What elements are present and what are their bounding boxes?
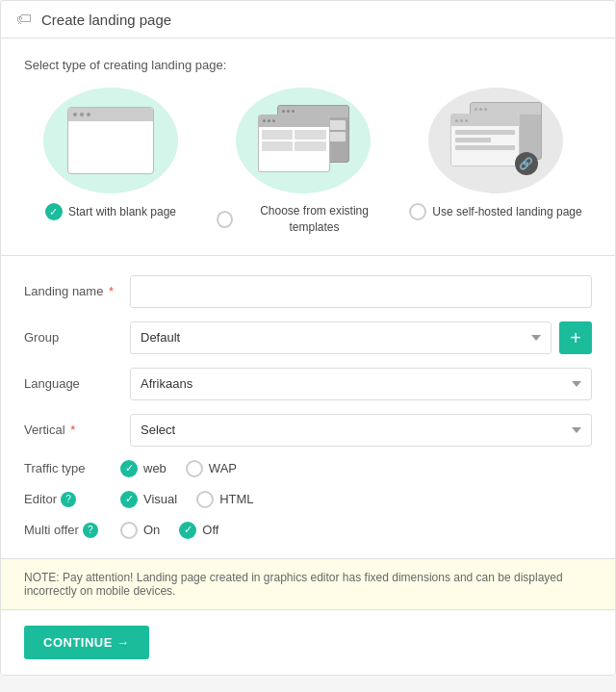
type-selector-section: Select type of creating landing page: bbox=[1, 38, 615, 256]
language-label: Language bbox=[24, 376, 120, 391]
shd3 bbox=[484, 108, 487, 111]
template-radio bbox=[217, 211, 233, 228]
selfhosted-radio bbox=[409, 203, 426, 220]
editor-visual-label: Visual bbox=[143, 492, 177, 506]
vertical-row: Vertical * Select bbox=[24, 414, 592, 447]
blank-page-image bbox=[43, 88, 178, 193]
multi-offer-help-icon[interactable]: ? bbox=[83, 523, 98, 538]
group-label: Group bbox=[24, 330, 120, 345]
type-card-selfhosted[interactable]: 🔗 Use self-hosted landing page bbox=[409, 88, 582, 236]
required-star: * bbox=[105, 284, 114, 298]
tfc4 bbox=[295, 141, 326, 151]
dot1 bbox=[73, 113, 77, 116]
tfc1 bbox=[262, 130, 294, 140]
selfhosted-label: Use self-hosted landing page bbox=[432, 204, 581, 220]
tfd2 bbox=[268, 119, 270, 122]
blank-browser-mockup bbox=[67, 107, 154, 174]
editor-label: Editor ? bbox=[24, 492, 120, 507]
sh-front bbox=[450, 114, 520, 167]
shfd2 bbox=[460, 119, 463, 122]
blank-label: Start with blank page bbox=[68, 204, 176, 220]
multi-offer-row: Multi offer ? On ✓ Off bbox=[24, 522, 592, 539]
traffic-wap-option[interactable]: WAP bbox=[186, 460, 237, 477]
template-label: Choose from existing templates bbox=[239, 203, 390, 236]
multi-offer-off-label: Off bbox=[202, 523, 218, 537]
editor-visual-check: ✓ bbox=[120, 491, 138, 508]
vertical-select[interactable]: Select bbox=[130, 414, 592, 447]
sh-lines bbox=[451, 126, 519, 154]
multi-offer-on-option[interactable]: On bbox=[120, 522, 160, 539]
page-header: 🏷 Create landing page bbox=[1, 1, 615, 38]
link-icon: 🔗 bbox=[515, 152, 538, 175]
t-front-bar bbox=[259, 115, 329, 127]
group-row: Group Default + bbox=[24, 321, 592, 354]
td3 bbox=[292, 110, 295, 113]
selfhosted-radio-row: Use self-hosted landing page bbox=[409, 203, 581, 220]
shfd1 bbox=[455, 119, 458, 122]
shl2 bbox=[455, 138, 491, 142]
tag-icon: 🏷 bbox=[16, 11, 32, 28]
tfc2 bbox=[295, 130, 326, 140]
vertical-required-star: * bbox=[67, 423, 76, 437]
traffic-web-label: web bbox=[143, 461, 167, 475]
group-add-button[interactable]: + bbox=[559, 321, 592, 354]
editor-html-option[interactable]: HTML bbox=[196, 491, 253, 508]
footer-section: CONTINUE → bbox=[1, 610, 615, 675]
template-radio-row: Choose from existing templates bbox=[217, 203, 390, 236]
multi-offer-controls: On ✓ Off bbox=[120, 522, 218, 539]
language-select[interactable]: Afrikaans bbox=[130, 368, 592, 400]
editor-help-icon[interactable]: ? bbox=[61, 492, 76, 507]
dot3 bbox=[87, 113, 90, 116]
type-cards: ✓ Start with blank page bbox=[24, 88, 592, 236]
note-section: NOTE: Pay attention! Landing page create… bbox=[1, 559, 615, 610]
group-select[interactable]: Default bbox=[130, 321, 552, 354]
t-front bbox=[258, 115, 330, 172]
shl3 bbox=[455, 145, 515, 150]
t-front-grid bbox=[259, 127, 329, 154]
selfhosted-image: 🔗 bbox=[428, 88, 563, 193]
editor-html-label: HTML bbox=[219, 492, 253, 506]
editor-html-radio bbox=[196, 491, 214, 508]
traffic-type-controls: ✓ web WAP bbox=[120, 460, 237, 477]
form-section: Landing name * Group Default + Language … bbox=[1, 256, 615, 559]
language-row: Language Afrikaans bbox=[24, 368, 592, 400]
traffic-wap-label: WAP bbox=[209, 461, 237, 475]
tfd1 bbox=[263, 119, 266, 122]
multi-offer-on-label: On bbox=[143, 523, 160, 537]
blank-radio-row: ✓ Start with blank page bbox=[45, 203, 176, 220]
traffic-web-option[interactable]: ✓ web bbox=[120, 460, 167, 477]
traffic-web-check: ✓ bbox=[120, 460, 138, 477]
dot2 bbox=[80, 113, 84, 116]
template-browser bbox=[258, 105, 349, 177]
landing-name-row: Landing name * bbox=[24, 275, 592, 308]
landing-name-label: Landing name * bbox=[24, 284, 120, 298]
traffic-type-label: Traffic type bbox=[24, 461, 120, 475]
tfc3 bbox=[262, 141, 294, 151]
multi-offer-label: Multi offer ? bbox=[24, 523, 120, 538]
continue-button[interactable]: CONTINUE → bbox=[24, 626, 149, 659]
type-card-template[interactable]: Choose from existing templates bbox=[217, 88, 390, 236]
landing-name-input[interactable] bbox=[130, 275, 592, 308]
type-selector-label: Select type of creating landing page: bbox=[24, 58, 592, 72]
traffic-wap-radio bbox=[186, 460, 203, 477]
multi-offer-on-radio bbox=[120, 522, 138, 539]
editor-visual-option[interactable]: ✓ Visual bbox=[120, 491, 177, 508]
shfd3 bbox=[465, 119, 468, 122]
blank-content bbox=[68, 121, 153, 129]
vertical-label: Vertical * bbox=[24, 423, 120, 437]
multi-offer-off-option[interactable]: ✓ Off bbox=[179, 522, 218, 539]
shl1 bbox=[455, 130, 515, 135]
editor-controls: ✓ Visual HTML bbox=[120, 491, 254, 508]
td1 bbox=[282, 110, 285, 113]
td2 bbox=[287, 110, 290, 113]
group-select-wrapper: Default + bbox=[130, 321, 592, 354]
editor-row: Editor ? ✓ Visual HTML bbox=[24, 491, 592, 508]
shd1 bbox=[475, 108, 477, 111]
blank-radio-check: ✓ bbox=[45, 203, 63, 220]
type-card-blank[interactable]: ✓ Start with blank page bbox=[24, 88, 197, 236]
multi-offer-off-check: ✓ bbox=[179, 522, 196, 539]
vertical-select-wrapper: Select bbox=[130, 414, 592, 447]
selfhosted-browser: 🔗 bbox=[450, 102, 542, 179]
page-container: 🏷 Create landing page Select type of cre… bbox=[0, 0, 616, 676]
tfd3 bbox=[272, 119, 275, 122]
